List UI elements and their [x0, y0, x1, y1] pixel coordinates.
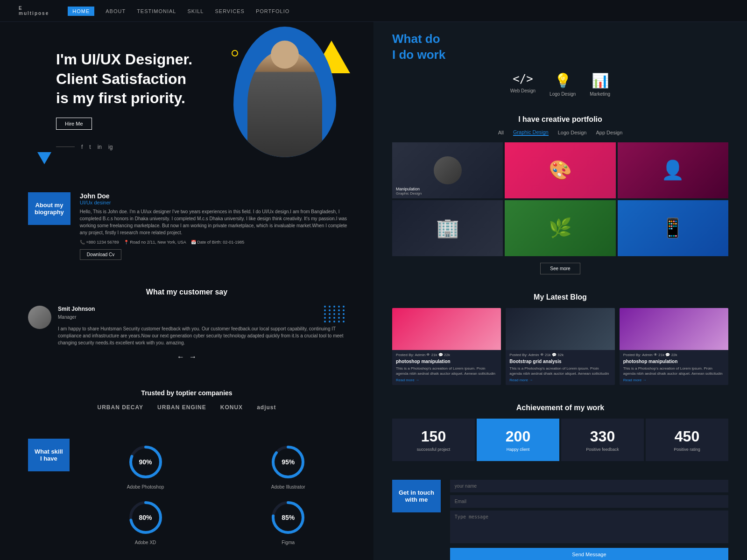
testimonial-navigation: ← → — [28, 353, 345, 361]
achievement-feedback: 330 Positive feedback — [561, 419, 644, 461]
figma-label: Figma — [221, 540, 355, 545]
hire-me-button[interactable]: Hire Me — [56, 118, 92, 130]
achievement-successful: 150 successful project — [392, 419, 475, 461]
testimonial-heading: What my customer say — [28, 288, 345, 296]
blog-thumb-2 — [506, 308, 614, 350]
read-more-3[interactable]: Read more → — [623, 378, 725, 382]
testimonial-author: Smit Johnson Manager — [58, 306, 345, 321]
what-do-logo-label: Logo Design — [550, 91, 576, 97]
photoshop-circle: 90% — [127, 443, 164, 481]
what-do-marketing-icon: 📊 — [590, 72, 610, 89]
nav-item-testimonial[interactable]: TESTIMONIAL — [137, 7, 176, 15]
blog-excerpt-2: This is a Photoshop's acreation of Lorem… — [509, 366, 611, 376]
read-more-1[interactable]: Read more → — [396, 378, 497, 382]
facebook-icon[interactable]: f — [81, 144, 83, 150]
blog-grid: Posted By: Admin 👁 21k 💬 22k photoshop m… — [392, 308, 728, 385]
blog-info-2: Posted By: Admin 👁 21k 💬 32k Bootstrap g… — [506, 350, 614, 385]
illustrator-percent: 95% — [282, 458, 295, 466]
what-do-marketing[interactable]: 📊 Marketing — [590, 72, 610, 97]
skill-circles: 90% Adobe Photoshop 95% Ad — [79, 443, 355, 545]
what-do-web-design[interactable]: </> Web Design — [510, 72, 536, 97]
what-do-logo-design[interactable]: 💡 Logo Design — [550, 72, 576, 97]
twitter-icon[interactable]: t — [89, 144, 91, 150]
blog-excerpt-3: This is a Photoshop's acreation of Lorem… — [623, 366, 725, 376]
contact-email-input[interactable] — [450, 495, 728, 508]
photoshop-label: Adobe Photoshop — [79, 484, 212, 490]
linkedin-icon[interactable]: in — [98, 144, 102, 150]
next-testimonial-button[interactable]: → — [189, 353, 197, 361]
filter-app[interactable]: App Design — [596, 129, 622, 136]
blog-thumb-1 — [392, 308, 501, 350]
blog-section: My Latest Blog Posted By: Admin 👁 21k 💬 … — [374, 284, 747, 394]
hero-section: I'm UI/UX Designer. Client Satisfaction … — [0, 22, 374, 178]
about-dob: 📅 Date of Birth: 02-01-1985 — [191, 240, 245, 245]
instagram-icon[interactable]: ig — [108, 144, 113, 150]
read-more-2[interactable]: Read more → — [509, 378, 611, 382]
what-do-web-icon: </> — [510, 72, 536, 85]
blue-triangle — [37, 152, 51, 164]
reviewer-role: Manager — [58, 315, 76, 320]
trusted-section: Trusted by toptier companies URBAN DECAY… — [0, 375, 374, 425]
logo-subtitle: multipose — [19, 11, 49, 16]
portfolio-item-2[interactable]: 🎨 — [505, 142, 615, 198]
nav-item-about[interactable]: ABOUT — [106, 7, 126, 15]
portfolio-item-6[interactable]: 📱 — [618, 200, 728, 256]
achievement-num-1: 150 — [397, 428, 470, 445]
about-content: John Doe UI/Ux desiner Hello, This is Jo… — [80, 192, 355, 260]
blog-card-1[interactable]: Posted By: Admin 👁 21k 💬 22k photoshop m… — [392, 308, 501, 385]
see-more-button[interactable]: See more — [540, 263, 580, 274]
illustrator-circle: 95% — [269, 443, 307, 481]
portfolio-item-3[interactable]: 👤 — [618, 142, 728, 198]
nav-item-skill[interactable]: SKILL — [187, 7, 204, 15]
blog-title-2: Bootstrap grid analysis — [509, 359, 611, 364]
filter-logo[interactable]: Logo Design — [558, 129, 587, 136]
nav-item-services[interactable]: SERVICES — [215, 7, 244, 15]
prev-testimonial-button[interactable]: ← — [177, 353, 184, 361]
brand-urban-decay: URBAN DECAY — [98, 404, 144, 411]
testimonial-author-info: Smit Johnson Manager I am happy to share… — [58, 306, 345, 346]
skill-illustrator: 95% Adobe Illustrator — [221, 443, 355, 490]
what-do-marketing-label: Marketing — [590, 91, 610, 97]
blog-card-2[interactable]: Posted By: Admin 👁 21k 💬 32k Bootstrap g… — [506, 308, 614, 385]
avatar-image — [28, 306, 51, 329]
contact-form: Send Message — [450, 480, 728, 560]
achievement-label-1: successful project — [397, 447, 470, 452]
testimonial-section: What my customer say Smit Johnson Manage… — [0, 274, 374, 375]
logo-text: E — [19, 6, 49, 11]
achievement-section: Achievement of my work 150 successful pr… — [374, 394, 747, 470]
about-section: About my biography John Doe UI/Ux desine… — [0, 178, 374, 274]
filter-graphic[interactable]: Graphic Design — [513, 129, 549, 136]
social-links: f t in ig — [56, 144, 345, 150]
testimonial-card: Smit Johnson Manager I am happy to share… — [28, 306, 345, 346]
contact-name-input[interactable] — [450, 480, 728, 492]
portfolio-item-4[interactable]: 🏢 — [392, 200, 503, 256]
download-cv-button[interactable]: Download Cv — [80, 249, 121, 260]
nav-item-home[interactable]: HOME — [68, 7, 94, 15]
blog-meta-1: Posted By: Admin 👁 21k 💬 22k — [396, 353, 497, 357]
figma-percent: 85% — [282, 514, 295, 521]
main-wrapper: I'm UI/UX Designer. Client Satisfaction … — [0, 22, 747, 560]
adobexd-circle: 80% — [127, 499, 164, 536]
achievement-num-2: 200 — [481, 428, 555, 445]
about-label: About my biography — [28, 192, 70, 225]
what-do-services-row: </> Web Design 💡 Logo Design 📊 Marketing — [392, 72, 728, 97]
skill-photoshop: 90% Adobe Photoshop — [79, 443, 212, 490]
portfolio-item-1[interactable]: Manipulation Graphic Design — [392, 142, 503, 198]
trusted-heading: Trusted by toptier companies — [28, 389, 345, 397]
adobexd-label: Adobe XD — [79, 540, 212, 545]
brand-adjust: adjust — [257, 404, 276, 411]
blog-info-1: Posted By: Admin 👁 21k 💬 22k photoshop m… — [392, 350, 501, 385]
blog-meta-2: Posted By: Admin 👁 21k 💬 32k — [509, 353, 611, 357]
contact-message-textarea[interactable] — [450, 511, 728, 543]
send-message-button[interactable]: Send Message — [450, 548, 728, 560]
filter-all[interactable]: All — [498, 129, 504, 136]
portfolio-filter: All Graphic Design Logo Design App Desig… — [392, 129, 728, 136]
portfolio-item-5[interactable]: 🌿 — [505, 200, 615, 256]
blog-card-3[interactable]: Posted By: Admin 👁 21k 💬 22k photoshop m… — [620, 308, 728, 385]
achievement-happy: 200 Happy client — [477, 419, 559, 461]
blog-title-1: photoshop manipulation — [396, 359, 497, 364]
right-column: What do I do work </> Web Design 💡 Logo … — [374, 22, 747, 560]
testimonial-text: I am happy to share Huntsman Security cu… — [58, 325, 345, 346]
nav-item-portfolio[interactable]: PORTFOLIO — [256, 7, 289, 15]
nav-links: HOME ABOUT TESTIMONIAL SKILL SERVICES PO… — [68, 7, 289, 15]
